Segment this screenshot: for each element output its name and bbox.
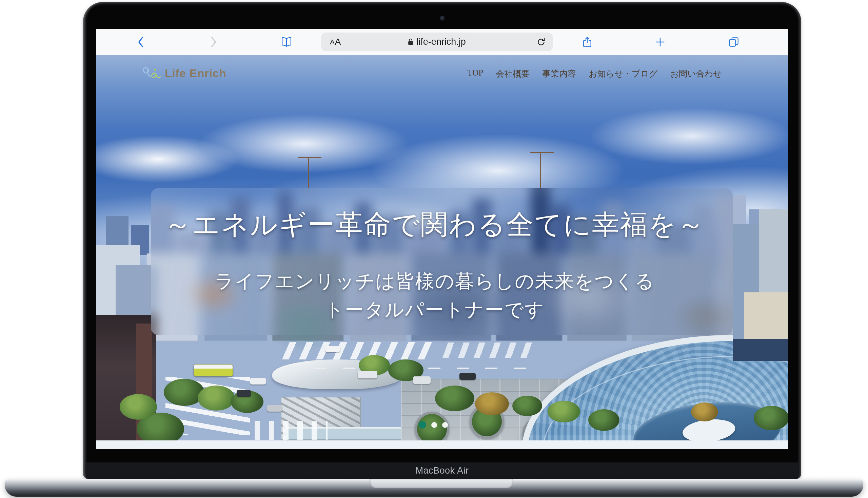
car xyxy=(237,390,251,397)
main-nav: TOP 会社概要 事業内容 お知らせ・ブログ お問い合わせ xyxy=(467,68,722,79)
nav-item-news-blog[interactable]: お知らせ・ブログ xyxy=(589,68,658,79)
macbook-screen-bezel: AA life-enrich.jp xyxy=(83,2,801,479)
carousel-dot-1-active[interactable] xyxy=(419,421,426,429)
crosswalk xyxy=(255,421,328,440)
site-brand-text: Life Enrich xyxy=(165,67,226,80)
safari-window: AA life-enrich.jp xyxy=(96,29,788,449)
forward-button[interactable] xyxy=(206,35,221,50)
share-button[interactable] xyxy=(580,35,595,50)
life-enrich-homepage: ～エネルギー革命で関わる全てに幸福を～ ライフエンリッチは皆様の暮らしの未来をつ… xyxy=(96,55,788,449)
crosswalk xyxy=(443,342,533,358)
plus-icon xyxy=(655,37,666,48)
nav-item-company[interactable]: 会社概要 xyxy=(496,68,529,79)
macbook-base xyxy=(5,479,863,497)
car xyxy=(267,405,282,411)
tree xyxy=(435,385,474,411)
back-button[interactable] xyxy=(133,35,148,50)
reload-button[interactable] xyxy=(534,35,548,49)
carousel-dots xyxy=(419,420,448,429)
bus xyxy=(194,364,233,376)
address-url: life-enrich.jp xyxy=(416,37,466,47)
car xyxy=(250,378,266,384)
nav-item-top[interactable]: TOP xyxy=(467,68,483,79)
macbook-lid-notch xyxy=(370,479,513,488)
bookmarks-button[interactable] xyxy=(279,35,294,50)
back-chevron-icon xyxy=(137,36,144,48)
tabs-icon xyxy=(728,36,740,48)
crosswalk xyxy=(282,342,432,359)
forward-chevron-icon xyxy=(210,36,217,48)
macbook-mockup: AA life-enrich.jp xyxy=(0,0,868,498)
tree xyxy=(548,401,580,422)
tree xyxy=(588,409,620,431)
tree xyxy=(754,406,788,430)
bezel-chin: MacBook Air xyxy=(86,462,799,479)
tree xyxy=(198,385,235,410)
page-bottom-strip xyxy=(96,441,788,449)
carousel-dot-2[interactable] xyxy=(431,422,437,428)
lock-icon xyxy=(408,38,413,45)
car xyxy=(459,373,476,380)
car xyxy=(325,346,340,352)
share-icon xyxy=(582,36,592,48)
new-tab-button[interactable] xyxy=(653,35,668,50)
nav-item-contact[interactable]: お問い合わせ xyxy=(670,68,722,79)
book-icon xyxy=(280,37,293,48)
webcam-dot xyxy=(440,16,445,21)
hero-carousel-slide: ～エネルギー革命で関わる全てに幸福を～ ライフエンリッチは皆様の暮らしの未来をつ… xyxy=(96,55,788,441)
safari-toolbar: AA life-enrich.jp xyxy=(96,29,788,55)
tree xyxy=(691,403,718,421)
hero-headline: ～エネルギー革命で関わる全てに幸福を～ xyxy=(96,207,774,243)
carousel-dot-3[interactable] xyxy=(442,422,448,428)
hero-tagline-line1: ライフエンリッチは皆様の暮らしの未来をつくる xyxy=(96,267,774,296)
tab-overview-button[interactable] xyxy=(726,35,741,50)
reload-icon xyxy=(536,37,546,47)
tree xyxy=(120,394,157,420)
logo-mark-icon xyxy=(141,64,161,82)
site-logo[interactable]: Life Enrich xyxy=(141,61,226,85)
nav-item-services[interactable]: 事業内容 xyxy=(542,68,576,79)
hero-tagline-line2: トータルパートナーです xyxy=(96,296,774,324)
device-model-label: MacBook Air xyxy=(416,466,469,476)
low-dark-building xyxy=(733,339,788,361)
address-bar[interactable]: AA life-enrich.jp xyxy=(321,32,553,51)
site-header: Life Enrich TOP 会社概要 事業内容 お知らせ・ブログ お問い合わ… xyxy=(96,55,788,92)
hero-tagline: ライフエンリッチは皆様の暮らしの未来をつくる トータルパートナーです xyxy=(96,267,774,324)
tree xyxy=(475,392,509,415)
tree xyxy=(512,396,542,416)
car xyxy=(413,376,431,384)
address-text-group: life-enrich.jp xyxy=(321,32,553,51)
logo-dot xyxy=(154,69,156,70)
car xyxy=(358,371,378,378)
